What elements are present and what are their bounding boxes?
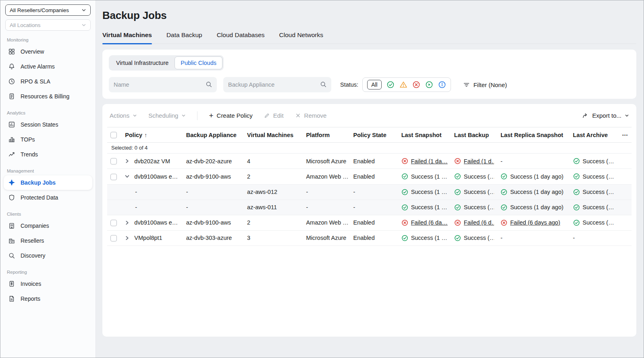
vms-cell: 4	[244, 154, 303, 169]
failed-icon	[401, 219, 408, 226]
export-button[interactable]: Export to...	[582, 112, 629, 119]
sidebar-item-label: Discovery	[21, 252, 45, 259]
name-search	[109, 77, 217, 92]
page-title: Backup Jobs	[102, 9, 636, 22]
status-all-button[interactable]: All	[367, 80, 382, 90]
appliance-search-input[interactable]	[223, 77, 331, 92]
column-last-snapshot[interactable]: Last Snapshot	[398, 127, 451, 143]
sidebar-item-overview[interactable]: Overview	[4, 44, 92, 59]
last-replica-status: Success (1 day ago)	[510, 173, 563, 180]
success-icon	[454, 189, 461, 196]
backup-jobs-icon	[8, 179, 16, 187]
status-failed-filter-icon[interactable]	[412, 81, 420, 89]
success-icon	[454, 204, 461, 211]
last-backup-status: Success (…	[464, 173, 494, 180]
sidebar-item-trends[interactable]: Trends	[4, 147, 92, 162]
child-vm-row[interactable]: - - az-aws-012 - - Success (1 … Success …	[107, 184, 632, 200]
chevron-down-icon	[133, 113, 137, 118]
location-select[interactable]: All Locations	[5, 19, 91, 31]
sidebar-item-session-states[interactable]: Session States	[4, 117, 92, 132]
sidebar-item-companies[interactable]: Companies	[4, 219, 92, 233]
column-platform[interactable]: Platform	[303, 127, 350, 143]
report-icon	[8, 295, 16, 303]
column-last-replica-snapshot[interactable]: Last Replica Snapshot	[497, 127, 570, 143]
chevron-right-icon[interactable]	[125, 221, 131, 225]
status-info-filter-icon[interactable]	[438, 81, 446, 89]
success-icon	[573, 173, 580, 180]
row-checkbox[interactable]	[110, 235, 117, 241]
status-warning-filter-icon[interactable]	[399, 81, 407, 89]
edit-button[interactable]: Edit	[264, 112, 284, 119]
sidebar-item-protected-data[interactable]: Protected Data	[4, 190, 92, 205]
column-policy[interactable]: Policy↑	[122, 127, 183, 143]
name-search-input[interactable]	[109, 77, 217, 92]
session-states-icon	[8, 121, 16, 129]
sort-asc-icon[interactable]: ↑	[144, 132, 147, 138]
table-row[interactable]: dvb202az VM az-dvb-202-azure 4 Microsoft…	[107, 154, 632, 169]
reseller-company-select[interactable]: All Resellers/Companies	[5, 4, 91, 16]
toggle-public-clouds[interactable]: Public Clouds	[175, 56, 222, 69]
sidebar-item-tops[interactable]: TOPs	[4, 132, 92, 147]
tab-virtual-machines[interactable]: Virtual Machines	[102, 31, 152, 44]
sidebar-item-discovery[interactable]: Discovery	[4, 248, 92, 263]
last-backup-link[interactable]: Failed (1 d…	[464, 158, 494, 164]
last-replica-link[interactable]: Failed (6 days ago)	[510, 219, 560, 226]
sidebar-item-active-alarms[interactable]: Active Alarms	[4, 59, 92, 74]
table-row[interactable]: dvb9100aws e… az-dvb-9100-aws 2 Amazon W…	[107, 169, 632, 184]
sidebar-item-resellers[interactable]: Resellers	[4, 233, 92, 248]
last-archive-status: Success (…	[583, 173, 614, 180]
tab-cloud-databases[interactable]: Cloud Databases	[217, 31, 265, 44]
vm-name: az-aws-012	[244, 184, 303, 200]
sidebar-item-reports[interactable]: Reports	[4, 291, 92, 306]
chevron-right-icon[interactable]	[125, 159, 131, 163]
actions-dropdown[interactable]: Actions	[110, 112, 137, 119]
state-cell: Enabled	[350, 154, 398, 169]
table-row[interactable]: VMpol8pt1 az-dvb-303-azure 3 Microsoft A…	[107, 230, 632, 246]
column-settings-button[interactable]: ⋯	[617, 127, 632, 143]
status-label: Status:	[340, 81, 358, 88]
success-icon	[573, 204, 580, 211]
filter-none-button[interactable]: Filter (None)	[463, 81, 507, 88]
sidebar-item-backup-jobs[interactable]: Backup Jobs	[4, 175, 92, 190]
chevron-right-icon[interactable]	[125, 236, 131, 240]
appliance-search	[223, 77, 331, 92]
sidebar-item-resources-billing[interactable]: Resources & Billing	[4, 89, 92, 104]
column-policy-state[interactable]: Policy State	[350, 127, 398, 143]
success-icon	[501, 173, 507, 180]
last-archive-status: Success (…	[583, 189, 614, 195]
last-snapshot-status: Success (1 …	[411, 235, 447, 241]
status-success-filter-icon[interactable]	[386, 81, 395, 89]
last-snapshot-status: Success (1 …	[411, 204, 447, 210]
filter-icon	[463, 81, 470, 88]
failed-icon	[454, 158, 461, 164]
last-snapshot-link[interactable]: Failed (6 da…	[411, 219, 448, 226]
create-policy-button[interactable]: + Create Policy	[209, 112, 252, 119]
column-last-archive[interactable]: Last Archive	[570, 127, 617, 143]
sidebar-item-invoices[interactable]: Invoices	[4, 277, 92, 291]
chevron-down-icon[interactable]	[125, 174, 131, 179]
row-checkbox[interactable]	[110, 158, 117, 164]
last-snapshot-link[interactable]: Failed (1 da…	[411, 158, 448, 164]
column-backup-appliance[interactable]: Backup Appliance	[183, 127, 244, 143]
select-all-checkbox[interactable]	[110, 132, 117, 138]
sidebar-item-label: Resellers	[21, 237, 44, 244]
tab-data-backup[interactable]: Data Backup	[166, 31, 202, 44]
selection-summary: Selected: 0 of 4	[107, 143, 632, 154]
tab-cloud-networks[interactable]: Cloud Networks	[279, 31, 323, 44]
column-last-backup[interactable]: Last Backup	[451, 127, 497, 143]
success-icon	[573, 189, 580, 196]
remove-button[interactable]: Remove	[295, 112, 327, 119]
tops-icon	[8, 135, 16, 144]
child-vm-row[interactable]: - - az-aws-011 - - Success (1 … Success …	[107, 200, 632, 215]
table-row[interactable]: dvb9100aws e… az-dvb-9100-aws 2 Amazon W…	[107, 215, 632, 230]
row-checkbox[interactable]	[110, 220, 117, 226]
status-running-filter-icon[interactable]	[425, 81, 433, 89]
last-backup-link[interactable]: Failed (6 d…	[464, 219, 494, 226]
toggle-virtual-infrastructure[interactable]: Virtual Infrastructure	[110, 56, 175, 69]
chevron-down-icon	[625, 113, 629, 118]
sidebar-item-rpo-sla[interactable]: RPO & SLA	[4, 74, 92, 89]
scheduling-dropdown[interactable]: Scheduling	[148, 112, 186, 119]
row-checkbox[interactable]	[110, 174, 117, 180]
success-icon	[573, 158, 580, 164]
column-virtual-machines[interactable]: Virtual Machines	[244, 127, 303, 143]
